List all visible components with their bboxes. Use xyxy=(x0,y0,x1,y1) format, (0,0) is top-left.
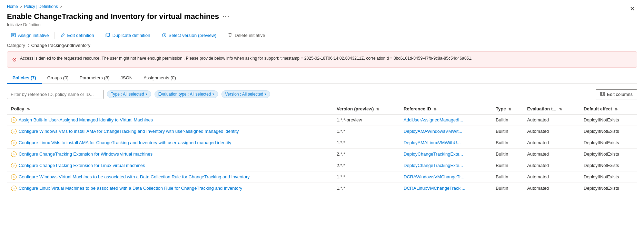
evaluation-filter-chevron: ▾ xyxy=(212,92,214,96)
refid-link-6[interactable]: DCRALinuxVMChangeTracki... xyxy=(404,186,465,191)
effect-cell-3: DeployIfNotExists xyxy=(579,148,637,160)
policy-name-2[interactable]: Configure Linux VMs to install AMA for C… xyxy=(19,140,231,145)
version-cell-2: 1.*.* xyxy=(333,137,399,148)
evaluation-filter-chip[interactable]: Evaluation type : All selected ▾ xyxy=(155,90,218,98)
policy-icon-0: ○ xyxy=(11,117,17,123)
category-row: Category : ChangeTrackingAndInventory xyxy=(7,43,637,48)
close-button[interactable]: ✕ xyxy=(627,4,637,14)
breadcrumb-home[interactable]: Home xyxy=(7,4,18,9)
policy-name-1[interactable]: Configure Windows VMs to install AMA for… xyxy=(19,129,239,134)
type-filter-chip[interactable]: Type : All selected ▾ xyxy=(107,90,151,98)
effect-cell-4: DeployIfNotExists xyxy=(579,160,637,171)
tab-assignments[interactable]: Assignments (0) xyxy=(138,72,181,84)
toolbar-sep1 xyxy=(55,32,55,39)
page-title-ellipsis[interactable]: ··· xyxy=(222,13,230,21)
policy-icon-6: ○ xyxy=(11,186,17,191)
table-row: ○ Configure ChangeTracking Extension for… xyxy=(7,160,637,171)
type-cell-5: BuiltIn xyxy=(492,171,523,182)
refid-link-2[interactable]: DeployAMALinuxVMWithU... xyxy=(404,140,460,145)
effect-cell-0: DeployIfNotExists xyxy=(579,114,637,126)
table-row: ○ Configure Linux Virtual Machines to be… xyxy=(7,182,637,194)
edit-columns-button[interactable]: Edit columns xyxy=(596,89,637,99)
table-row: ○ Configure ChangeTracking Extension for… xyxy=(7,148,637,160)
breadcrumb-policy[interactable]: Policy | Definitions xyxy=(24,4,58,9)
error-banner: ⊗ Access is denied to the requested reso… xyxy=(7,51,637,68)
tab-policies[interactable]: Policies (7) xyxy=(7,72,42,84)
refid-cell-1: DeployAMAWindowsVMWit... xyxy=(399,126,492,137)
col-type[interactable]: Type ⇅ xyxy=(492,103,523,115)
search-input[interactable] xyxy=(7,90,103,99)
assign-icon xyxy=(11,33,16,38)
refid-link-4[interactable]: DeployChangeTrackingExte... xyxy=(404,163,463,168)
evaluation-cell-2: Automated xyxy=(523,137,579,148)
policy-name-6[interactable]: Configure Linux Virtual Machines to be a… xyxy=(19,186,242,191)
version-filter-label: Version : All selected xyxy=(225,92,264,97)
refid-link-3[interactable]: DeployChangeTrackingExte... xyxy=(404,151,463,157)
effect-cell-5: DeployIfNotExists xyxy=(579,171,637,182)
evaluation-cell-0: Automated xyxy=(523,114,579,126)
version-cell-5: 1.*.* xyxy=(333,171,399,182)
version-cell-0: 1.*.*-preview xyxy=(333,114,399,126)
breadcrumb-sep2: > xyxy=(60,5,62,9)
col-effect[interactable]: Default effect ⇅ xyxy=(579,103,637,115)
error-message: Access is denied to the requested resour… xyxy=(20,55,472,61)
evaluation-filter-label: Evaluation type : All selected xyxy=(158,92,211,97)
sort-type-icon: ⇅ xyxy=(508,107,511,111)
edit-icon xyxy=(60,33,65,38)
policy-cell-2: ○ Configure Linux VMs to install AMA for… xyxy=(7,137,333,148)
type-cell-2: BuiltIn xyxy=(492,137,523,148)
delete-icon xyxy=(228,33,232,38)
toolbar-sep4 xyxy=(222,32,222,39)
policy-table: Policy ⇅ Version (preview) ⇅ Reference I… xyxy=(7,103,637,194)
evaluation-cell-4: Automated xyxy=(523,160,579,171)
col-evaluation[interactable]: Evaluation t... ⇅ xyxy=(523,103,579,115)
refid-cell-3: DeployChangeTrackingExte... xyxy=(399,148,492,160)
type-filter-label: Type : All selected xyxy=(111,92,144,97)
svg-rect-8 xyxy=(602,92,603,96)
col-policy[interactable]: Policy ⇅ xyxy=(7,103,333,115)
refid-link-5[interactable]: DCRAWindowsVMChangeTr... xyxy=(404,174,464,179)
refid-cell-0: AddUserAssignedManagedI... xyxy=(399,114,492,126)
refid-cell-2: DeployAMALinuxVMWithU... xyxy=(399,137,492,148)
duplicate-icon xyxy=(106,33,110,38)
tab-groups[interactable]: Groups (0) xyxy=(42,72,74,84)
table-row: ○ Assign Built-In User-Assigned Managed … xyxy=(7,114,637,126)
version-filter-chevron: ▾ xyxy=(265,92,266,96)
policy-icon-3: ○ xyxy=(11,151,17,157)
version-cell-3: 2.*.* xyxy=(333,148,399,160)
delete-initiative-button[interactable]: Delete initiative xyxy=(224,31,269,40)
policy-name-4[interactable]: Configure ChangeTracking Extension for L… xyxy=(19,163,145,168)
toolbar-sep2 xyxy=(100,32,100,39)
assign-initiative-label: Assign initiative xyxy=(18,33,49,38)
policy-name-3[interactable]: Configure ChangeTracking Extension for W… xyxy=(19,151,152,157)
edit-definition-button[interactable]: Edit definition xyxy=(56,31,98,40)
select-version-button[interactable]: Select version (preview) xyxy=(158,31,221,40)
policy-icon-1: ○ xyxy=(11,129,17,134)
sort-refid-icon: ⇅ xyxy=(434,107,436,111)
duplicate-definition-button[interactable]: Duplicate definition xyxy=(101,31,155,40)
evaluation-cell-5: Automated xyxy=(523,171,579,182)
policy-icon-2: ○ xyxy=(11,140,17,146)
category-value: ChangeTrackingAndInventory xyxy=(31,43,90,48)
refid-link-0[interactable]: AddUserAssignedManagedI... xyxy=(404,117,463,122)
evaluation-cell-6: Automated xyxy=(523,182,579,194)
refid-link-1[interactable]: DeployAMAWindowsVMWit... xyxy=(404,129,462,134)
category-label: Category xyxy=(7,43,25,48)
edit-definition-label: Edit definition xyxy=(67,33,94,38)
col-version[interactable]: Version (preview) ⇅ xyxy=(333,103,399,115)
policy-cell-4: ○ Configure ChangeTracking Extension for… xyxy=(7,160,333,171)
policy-name-0[interactable]: Assign Built-In User-Assigned Managed Id… xyxy=(19,117,153,122)
version-filter-chip[interactable]: Version : All selected ▾ xyxy=(221,90,270,98)
select-version-label: Select version (preview) xyxy=(169,33,217,38)
tab-json[interactable]: JSON xyxy=(115,72,138,84)
effect-cell-1: DeployIfNotExists xyxy=(579,126,637,137)
policy-name-5[interactable]: Configure Windows Virtual Machines to be… xyxy=(19,174,250,179)
col-reference-id[interactable]: Reference ID ⇅ xyxy=(399,103,492,115)
assign-initiative-button[interactable]: Assign initiative xyxy=(7,31,53,40)
tab-parameters[interactable]: Parameters (8) xyxy=(74,72,115,84)
version-cell-1: 1.*.* xyxy=(333,126,399,137)
duplicate-definition-label: Duplicate definition xyxy=(112,33,150,38)
page-title-text: Enable ChangeTracking and Inventory for … xyxy=(7,12,219,22)
filters-row: Type : All selected ▾ Evaluation type : … xyxy=(7,89,637,99)
version-cell-6: 1.*.* xyxy=(333,182,399,194)
